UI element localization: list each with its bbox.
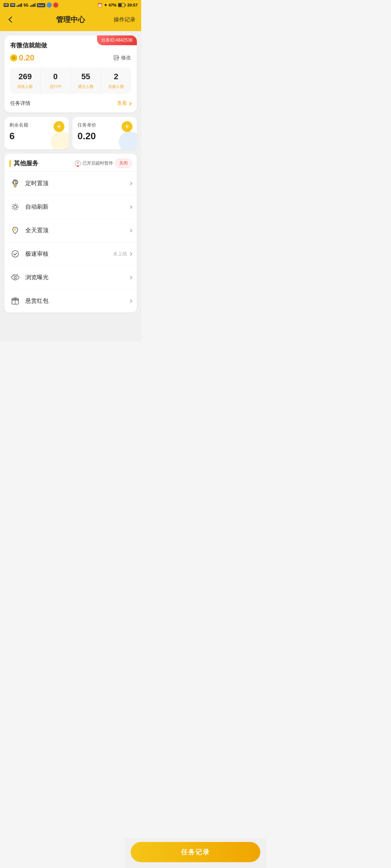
signal-bar-5	[30, 5, 31, 7]
stat-passed-num: 55	[72, 72, 100, 81]
battery-icon	[118, 3, 126, 7]
action-record-button[interactable]: 操作记录	[114, 16, 135, 23]
refresh-icon	[9, 201, 21, 213]
service-name-pin-timer: 定时置顶	[25, 180, 129, 187]
svg-point-9	[77, 165, 79, 167]
signal-bars-2	[30, 3, 35, 7]
stat-passed-label: 通过人数	[78, 84, 94, 89]
stat-ongoing: 0 进行中	[41, 68, 71, 94]
status-right: ⏰ ✦ 47% 20:57	[97, 3, 138, 8]
service-item-fast-review[interactable]: 极速审核 未上线	[4, 242, 137, 266]
status-bar: HD HD 5G Soul ⏰ ✦ 47% 20:57	[0, 0, 141, 10]
chevron-icon-browse-expose	[129, 276, 133, 279]
pin-timer-icon	[9, 178, 21, 189]
service-item-browse-expose[interactable]: 浏览曝光	[4, 266, 137, 289]
edit-button[interactable]: 修改	[114, 55, 131, 61]
svg-point-15	[14, 229, 16, 230]
app-icon-1	[47, 3, 52, 8]
signal-bar-2	[18, 5, 19, 7]
battery-text: 47%	[109, 3, 117, 7]
svg-marker-7	[117, 57, 119, 59]
signal-bar-4	[21, 3, 22, 7]
service-item-allday-pin[interactable]: 全天置顶	[4, 219, 137, 242]
chevron-icon-reward	[129, 299, 133, 303]
close-timeout-button[interactable]: 关闭	[115, 159, 132, 168]
chevron-right-icon	[128, 102, 132, 105]
stat-passed: 55 通过人数	[71, 68, 101, 94]
reward-icon	[9, 295, 21, 307]
alarm-icon: ⏰	[97, 3, 102, 8]
timeout-badge: 已开启超时暂停	[75, 160, 113, 167]
signal-bar-6	[31, 5, 33, 7]
back-button[interactable]	[6, 14, 17, 25]
services-title: 其他服务	[14, 159, 38, 167]
back-arrow-icon	[9, 17, 15, 23]
stat-failed: 2 失败人数	[101, 68, 131, 94]
signal-bar-7	[33, 4, 34, 7]
stat-ongoing-label: 进行中	[50, 84, 62, 89]
service-status-fast-review: 未上线	[113, 251, 127, 257]
soul-badge: Soul	[37, 3, 45, 7]
task-card: 任务ID:4842536 有微信就能做 M 0.20 修改 269	[4, 35, 137, 112]
service-name-auto-refresh: 自动刷新	[25, 203, 129, 211]
header: 管理中心 操作记录	[0, 10, 141, 31]
service-name-fast-review: 极速审核	[25, 250, 113, 258]
svg-point-17	[14, 276, 16, 278]
quota-plus-button[interactable]: +	[54, 121, 64, 132]
service-item-reward[interactable]: 悬赏红包	[4, 289, 137, 312]
service-item-pin-timer[interactable]: 定时置顶	[4, 172, 137, 195]
task-id-badge: 任务ID:4842536	[97, 35, 137, 45]
service-name-reward: 悬赏红包	[25, 297, 129, 305]
cards-row: 剩余名额 6 + 任务单价 0.20 +	[4, 117, 137, 149]
signal-bar-1	[17, 5, 18, 7]
price-card: 任务单价 0.20 +	[72, 117, 137, 149]
status-left: HD HD 5G Soul	[4, 3, 58, 8]
hd2-badge: HD	[10, 3, 15, 7]
stat-browse-num: 269	[12, 72, 39, 81]
edit-icon	[114, 55, 119, 61]
price-plus-button[interactable]: +	[122, 121, 133, 132]
edit-label: 修改	[121, 55, 131, 61]
svg-rect-11	[13, 184, 17, 185]
yellow-bar-decoration	[9, 160, 11, 167]
svg-point-16	[12, 251, 18, 257]
services-title-wrap: 其他服务	[9, 159, 38, 167]
main-content: 任务ID:4842536 有微信就能做 M 0.20 修改 269	[0, 31, 141, 341]
signal-bar-3	[20, 4, 21, 7]
allday-pin-icon	[9, 225, 21, 236]
stat-failed-label: 失败人数	[108, 84, 124, 89]
timeout-info: 已开启超时暂停 关闭	[75, 159, 132, 168]
fast-review-icon	[9, 248, 21, 260]
view-detail-button[interactable]: 查看	[117, 100, 131, 107]
task-price-row: M 0.20 修改	[10, 53, 131, 63]
service-name-browse-expose: 浏览曝光	[25, 274, 129, 281]
service-item-auto-refresh[interactable]: 自动刷新	[4, 195, 137, 219]
stat-failed-num: 2	[102, 72, 130, 81]
task-detail-row: 任务详情 查看	[10, 99, 131, 107]
price-value: M 0.20	[10, 53, 34, 63]
coin-icon: M	[10, 54, 17, 61]
stat-browse: 269 浏览人数	[10, 68, 41, 94]
bluetooth-icon: ✦	[104, 3, 107, 8]
timeout-icon	[75, 160, 81, 167]
task-detail-label: 任务详情	[10, 100, 30, 107]
stats-row: 269 浏览人数 0 进行中 55 通过人数 2 失败人数	[10, 68, 131, 94]
page-title: 管理中心	[56, 15, 85, 25]
chevron-icon-fast-review	[129, 252, 133, 256]
chevron-icon-auto-refresh	[129, 205, 133, 209]
timeout-text: 已开启超时暂停	[83, 160, 113, 166]
view-label: 查看	[117, 100, 127, 107]
services-header: 其他服务 已开启超时暂停 关闭	[4, 154, 137, 172]
app-icon-2	[53, 3, 58, 8]
time-display: 20:57	[127, 3, 138, 7]
signal-bars	[17, 3, 22, 7]
hd-badge: HD	[4, 3, 9, 7]
price-number: 0.20	[19, 53, 34, 63]
svg-rect-1	[118, 4, 122, 7]
chevron-icon-allday-pin	[129, 229, 133, 232]
chevron-icon-pin-timer	[129, 182, 133, 185]
service-name-allday-pin: 全天置顶	[25, 227, 129, 234]
signal-bar-8	[34, 3, 35, 7]
stat-ongoing-num: 0	[42, 72, 69, 81]
services-section: 其他服务 已开启超时暂停 关闭	[4, 154, 137, 312]
